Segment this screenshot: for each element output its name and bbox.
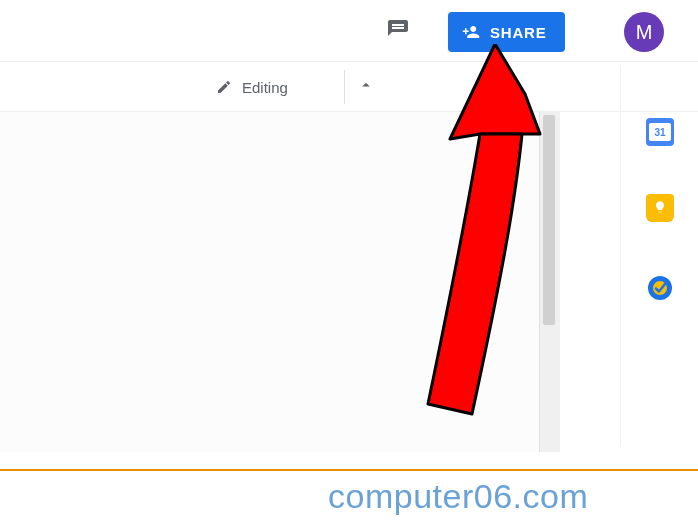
tasks-sidepanel-button[interactable] xyxy=(646,274,674,302)
scrollbar-thumb[interactable] xyxy=(543,115,555,325)
calendar-icon: 31 xyxy=(649,123,671,141)
avatar-initial: M xyxy=(636,21,653,44)
app-viewport: SHARE M Editing 31 xyxy=(0,0,698,521)
vertical-scrollbar[interactable] xyxy=(540,112,558,452)
document-page[interactable] xyxy=(0,112,540,452)
watermark-text: computer06.com xyxy=(328,477,588,516)
pencil-icon xyxy=(216,79,232,95)
collapse-toolbar-button[interactable] xyxy=(344,70,386,104)
keep-sidepanel-button[interactable] xyxy=(646,194,674,222)
tasks-icon xyxy=(647,275,673,301)
person-add-icon xyxy=(462,23,480,41)
editing-mode-label: Editing xyxy=(242,79,288,96)
toolbar: Editing xyxy=(0,62,698,112)
watermark-bar: computer06.com xyxy=(0,469,698,521)
account-avatar[interactable]: M xyxy=(624,12,664,52)
comments-button[interactable] xyxy=(378,12,418,52)
header-bar: SHARE M xyxy=(0,0,698,62)
calendar-day-number: 31 xyxy=(654,127,665,138)
keep-lightbulb-icon xyxy=(653,200,667,216)
share-button[interactable]: SHARE xyxy=(448,12,565,52)
comment-icon xyxy=(386,18,410,46)
share-button-label: SHARE xyxy=(490,24,547,41)
editing-mode-button[interactable]: Editing xyxy=(204,70,300,104)
side-panel-divider xyxy=(620,66,621,446)
calendar-sidepanel-button[interactable]: 31 xyxy=(646,118,674,146)
chevron-up-icon xyxy=(357,76,375,98)
